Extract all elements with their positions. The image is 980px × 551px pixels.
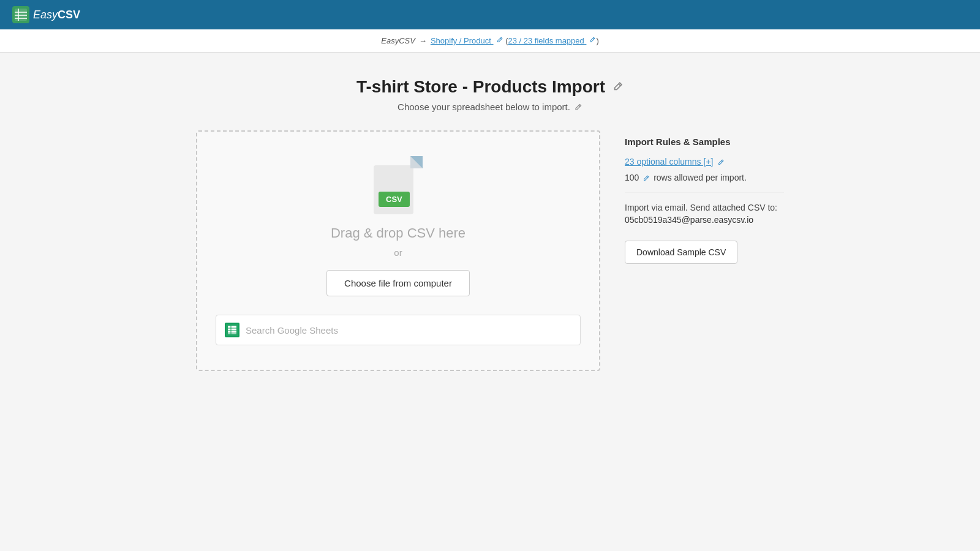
email-label: Import via email. Send attached CSV to: bbox=[625, 203, 784, 212]
svg-line-6 bbox=[500, 38, 501, 39]
google-sheets-input[interactable]: Search Google Sheets bbox=[216, 315, 581, 345]
svg-line-8 bbox=[619, 84, 620, 86]
choose-file-button[interactable]: Choose file from computer bbox=[326, 270, 470, 296]
breadcrumb-bar: EasyCSV → Shopify / Product ( 23 / 23 fi… bbox=[0, 29, 980, 53]
sidebar-title: Import Rules & Samples bbox=[625, 137, 784, 147]
csv-badge: CSV bbox=[379, 192, 410, 207]
breadcrumb-destination-edit-icon bbox=[496, 36, 503, 43]
drop-zone-wrapper: CSV Drag & drop CSV here or Choose file … bbox=[196, 130, 600, 371]
optional-columns-edit-icon[interactable] bbox=[717, 159, 725, 166]
page-subtitle-edit-icon[interactable] bbox=[574, 103, 582, 111]
breadcrumb-fields-mapped[interactable]: 23 / 23 fields mapped bbox=[508, 36, 596, 45]
breadcrumb-destination[interactable]: Shopify / Product bbox=[431, 36, 503, 45]
google-sheets-icon bbox=[225, 323, 239, 337]
rows-allowed-suffix: rows allowed per import. bbox=[654, 173, 747, 182]
breadcrumb-paren-open: ( bbox=[503, 36, 508, 45]
logo-csv-text: CSV bbox=[58, 9, 80, 21]
or-text: or bbox=[394, 247, 402, 258]
main-content: T-shirt Store - Products Import Choose y… bbox=[123, 53, 858, 395]
page-title: T-shirt Store - Products Import bbox=[356, 77, 624, 97]
page-title-edit-icon[interactable] bbox=[611, 81, 624, 93]
rows-allowed-row: 100 rows allowed per import. bbox=[625, 173, 784, 182]
csv-file-icon: CSV bbox=[374, 156, 423, 214]
svg-line-9 bbox=[579, 105, 580, 107]
logo-easy-text: Easy bbox=[33, 9, 58, 21]
google-sheets-placeholder: Search Google Sheets bbox=[246, 325, 338, 335]
breadcrumb-fields-edit-icon bbox=[589, 36, 596, 43]
optional-columns-link[interactable]: 23 optional columns [+] bbox=[625, 157, 713, 167]
content-row: CSV Drag & drop CSV here or Choose file … bbox=[135, 130, 845, 371]
email-section: Import via email. Send attached CSV to: … bbox=[625, 203, 784, 225]
svg-line-7 bbox=[593, 38, 594, 39]
svg-rect-1 bbox=[15, 9, 27, 21]
app-logo[interactable]: EasyCSV bbox=[12, 6, 80, 23]
file-corner-triangle bbox=[410, 156, 423, 168]
logo-icon bbox=[12, 6, 29, 23]
app-header: EasyCSV bbox=[0, 0, 980, 29]
breadcrumb-source: EasyCSV bbox=[381, 36, 415, 45]
svg-line-19 bbox=[647, 177, 648, 178]
drag-drop-text: Drag & drop CSV here bbox=[331, 225, 466, 241]
breadcrumb-paren-close: ) bbox=[596, 36, 598, 45]
rows-edit-icon[interactable] bbox=[643, 174, 650, 182]
file-body bbox=[374, 165, 413, 214]
optional-columns-row: 23 optional columns [+] bbox=[625, 157, 784, 167]
svg-marker-10 bbox=[410, 156, 423, 168]
svg-line-18 bbox=[722, 161, 723, 162]
breadcrumb-arrow: → bbox=[419, 36, 427, 45]
email-address: 05cb0519a345@parse.easycsv.io bbox=[625, 215, 784, 225]
page-subtitle: Choose your spreadsheet below to import. bbox=[135, 102, 845, 112]
rows-count: 100 bbox=[625, 173, 639, 182]
page-title-row: T-shirt Store - Products Import bbox=[135, 77, 845, 97]
drop-zone[interactable]: CSV Drag & drop CSV here or Choose file … bbox=[196, 130, 600, 371]
sidebar-divider bbox=[625, 192, 784, 193]
download-sample-csv-button[interactable]: Download Sample CSV bbox=[625, 241, 737, 264]
sidebar-info: Import Rules & Samples 23 optional colum… bbox=[625, 130, 784, 264]
